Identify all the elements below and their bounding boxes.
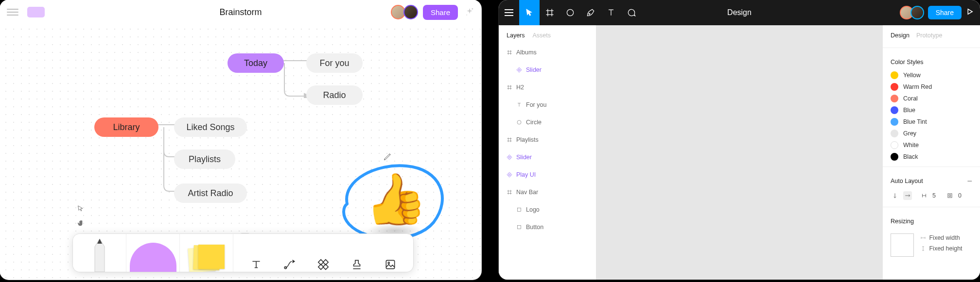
spacing-value[interactable]: 5: [932, 192, 936, 199]
text-icon: [516, 102, 522, 108]
color-swatch[interactable]: Yellow: [883, 69, 980, 81]
swatch-name: White: [903, 142, 919, 149]
text-tool-icon[interactable]: [249, 257, 263, 272]
node-artist-radio[interactable]: Artist Radio: [174, 183, 247, 203]
svg-rect-35: [520, 69, 522, 71]
resizing-height[interactable]: Fixed height: [920, 245, 962, 252]
sticky-tool[interactable]: [180, 234, 233, 272]
layer-label: Circle: [526, 119, 542, 126]
pen-tool-icon[interactable]: [580, 0, 601, 25]
color-swatch[interactable]: Warm Red: [883, 81, 980, 93]
swatch-name: Blue Tint: [903, 118, 927, 125]
design-canvas[interactable]: [596, 25, 883, 280]
color-swatch[interactable]: White: [883, 139, 980, 151]
svg-point-18: [388, 262, 389, 264]
resizing-width[interactable]: Fixed width: [920, 234, 962, 241]
frame-tool-icon[interactable]: [540, 0, 560, 25]
node-today[interactable]: Today: [228, 53, 284, 73]
color-swatch[interactable]: Blue Tint: [883, 116, 980, 128]
figjam-canvas[interactable]: Today For you Radio Library Liked Songs …: [0, 24, 481, 280]
share-button[interactable]: Share: [928, 6, 962, 19]
avatar[interactable]: [403, 5, 418, 19]
select-tool-icon[interactable]: [77, 205, 85, 215]
layer-row[interactable]: Slider: [499, 149, 596, 166]
node-for-you[interactable]: For you: [306, 53, 363, 73]
direction-vertical-icon[interactable]: [891, 191, 899, 200]
avatar[interactable]: [910, 6, 924, 19]
text-tool-icon[interactable]: [601, 0, 621, 25]
color-swatch[interactable]: Grey: [883, 128, 980, 139]
swatch-dot: [891, 71, 898, 79]
node-playlists[interactable]: Playlists: [174, 149, 235, 169]
layer-label: Logo: [526, 206, 540, 213]
spacing-icon: [920, 191, 928, 200]
svg-rect-45: [508, 155, 510, 157]
image-tool-icon[interactable]: [383, 257, 398, 272]
svg-point-26: [567, 9, 573, 16]
svg-rect-17: [386, 260, 395, 268]
layer-label: Slider: [526, 66, 542, 73]
resizing-visual[interactable]: [891, 233, 914, 257]
svg-rect-58: [518, 226, 521, 229]
tab-prototype[interactable]: Prototype: [916, 32, 943, 39]
node-library[interactable]: Library: [94, 117, 158, 137]
menu-icon[interactable]: [7, 9, 18, 16]
color-swatch[interactable]: Coral: [883, 93, 980, 104]
thumbs-up-emoji[interactable]: 👍: [361, 167, 430, 232]
svg-point-27: [589, 13, 590, 15]
layer-row[interactable]: For you: [499, 96, 596, 114]
shape-tool[interactable]: [126, 234, 180, 272]
hand-tool-icon[interactable]: [77, 219, 85, 229]
layer-row[interactable]: Circle: [499, 114, 596, 131]
more-shapes-icon[interactable]: [316, 257, 331, 272]
padding-value[interactable]: 0: [958, 192, 962, 199]
layer-row[interactable]: Button: [499, 218, 596, 236]
share-button[interactable]: Share: [423, 5, 458, 20]
svg-point-40: [517, 120, 521, 124]
swatch-name: Blue: [903, 107, 915, 114]
ellipse-tool-icon[interactable]: [560, 0, 580, 25]
layer-label: Slider: [516, 154, 532, 161]
tab-layers[interactable]: Layers: [507, 32, 525, 39]
layer-row[interactable]: Slider: [499, 61, 596, 79]
layer-row[interactable]: Nav Bar: [499, 183, 596, 201]
comment-tool-icon[interactable]: [621, 0, 642, 25]
present-icon[interactable]: [965, 7, 974, 18]
color-swatch[interactable]: Black: [883, 151, 980, 163]
stamp-tool-icon[interactable]: [350, 257, 364, 272]
svg-rect-52: [510, 174, 512, 176]
swatch-dot: [891, 83, 898, 91]
tab-design[interactable]: Design: [891, 32, 910, 39]
swatch-dot: [891, 141, 898, 149]
layer-row[interactable]: H2: [499, 79, 596, 96]
node-liked-songs[interactable]: Liked Songs: [174, 117, 247, 137]
node-radio[interactable]: Radio: [306, 85, 363, 105]
direction-horizontal-icon[interactable]: [903, 191, 912, 200]
layer-label: Nav Bar: [516, 189, 538, 196]
svg-point-0: [472, 8, 473, 10]
color-swatch[interactable]: Blue: [883, 104, 980, 116]
padding-icon: [945, 191, 954, 200]
pencil-icon: [383, 151, 393, 161]
auto-layout-header[interactable]: Auto Layout−: [883, 171, 980, 188]
frame-icon: [507, 189, 512, 195]
design-window: Design Share Layers Assets AlbumsSliderH…: [499, 0, 980, 280]
layer-row[interactable]: Albums: [499, 44, 596, 61]
frame-icon: [507, 50, 512, 55]
file-title[interactable]: Brainstorm: [219, 7, 262, 17]
connector-tool-icon[interactable]: [282, 257, 297, 272]
pencil-tool[interactable]: [73, 234, 126, 272]
component-icon: [507, 172, 512, 178]
circle-icon: [516, 119, 522, 125]
move-tool-icon[interactable]: [519, 0, 540, 25]
inspect-panel: Design Prototype Color Styles YellowWarm…: [883, 25, 980, 280]
figjam-toolbar: [73, 234, 413, 272]
file-color-chip[interactable]: [27, 7, 45, 17]
sparkle-icon[interactable]: [465, 7, 474, 17]
layer-row[interactable]: Playlists: [499, 131, 596, 149]
tab-assets[interactable]: Assets: [533, 32, 551, 39]
file-title[interactable]: Design: [727, 8, 752, 17]
layer-row[interactable]: Play UI: [499, 166, 596, 183]
layer-row[interactable]: Logo: [499, 201, 596, 218]
main-menu-icon[interactable]: [499, 0, 519, 25]
